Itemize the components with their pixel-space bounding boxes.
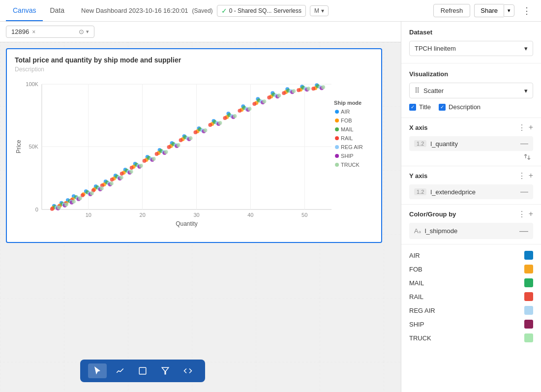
box-icon — [138, 366, 147, 375]
description-checkbox-label: Description — [449, 103, 481, 111]
svg-point-103 — [194, 130, 198, 134]
x-axis-pill[interactable]: 1.2 l_quantity — — [409, 136, 533, 151]
svg-point-110 — [297, 88, 301, 92]
title-checkbox[interactable]: ✓ Title — [409, 103, 431, 111]
svg-text:50: 50 — [301, 212, 307, 218]
color-add-icon[interactable]: + — [529, 210, 533, 219]
shipmode-swatch-truck[interactable] — [524, 333, 533, 342]
svg-text:Price: Price — [15, 140, 22, 153]
svg-point-173 — [218, 121, 222, 125]
x-axis-section: X axis ⋮ + 1.2 l_quantity — — [401, 118, 541, 166]
status-badge[interactable]: ✓ 0 - Shared SQ... Serverless — [217, 5, 306, 17]
filter-tag[interactable]: 12896 × ⊙ ▾ — [6, 26, 94, 38]
svg-point-168 — [152, 157, 156, 161]
scatter-chart: 100K 50K 0 10 20 30 40 50 — [15, 77, 373, 234]
color-group-actions: ⋮ + — [518, 210, 533, 219]
refresh-button[interactable]: Refresh — [433, 4, 471, 17]
svg-point-162 — [90, 191, 94, 195]
svg-point-158 — [57, 206, 61, 210]
shipmode-swatch-fob[interactable] — [524, 265, 533, 273]
dataset-section: Dataset TPCH lineitem ▾ — [401, 22, 541, 63]
filter-tag-right: ⊙ ▾ — [79, 28, 89, 35]
svg-point-99 — [143, 159, 147, 163]
shipmode-label-ship: SHIP — [409, 321, 424, 328]
grid-canvas: Total price and quantity by ship mode an… — [0, 42, 401, 392]
svg-point-184 — [335, 119, 339, 122]
y-axis-remove-icon[interactable]: — — [520, 187, 528, 196]
svg-text:30: 30 — [193, 212, 199, 218]
mode-label: M — [314, 7, 319, 14]
svg-point-89 — [50, 207, 54, 211]
cursor-tool-button[interactable] — [88, 363, 107, 378]
x-axis-remove-icon[interactable]: — — [520, 139, 528, 148]
shipmode-swatch-mail[interactable] — [524, 278, 533, 287]
x-axis-more-icon[interactable]: ⋮ — [518, 123, 526, 132]
x-axis-add-icon[interactable]: + — [529, 123, 533, 132]
tab-canvas[interactable]: Canvas — [6, 0, 43, 21]
filter-tool-button[interactable] — [156, 363, 175, 378]
mode-caret-icon: ▾ — [321, 7, 324, 14]
axis-swap-button[interactable] — [409, 151, 533, 161]
filter-settings-icon[interactable]: ⊙ — [79, 28, 84, 35]
color-remove-icon[interactable]: — — [519, 226, 528, 236]
shipmode-item-truck: TRUCK — [409, 331, 533, 345]
shipmode-swatch-air[interactable] — [524, 251, 533, 260]
filter-clear-icon[interactable]: × — [32, 29, 35, 35]
svg-point-192 — [335, 154, 339, 158]
line-chart-tool-button[interactable] — [111, 363, 129, 378]
y-axis-field-name: l_extendedprice — [430, 188, 516, 196]
share-main-button[interactable]: Share — [474, 4, 504, 17]
overflow-menu-button[interactable]: ⋮ — [518, 3, 535, 19]
share-caret-button[interactable]: ▾ — [504, 4, 514, 17]
shipmode-label-air: AIR — [409, 252, 420, 259]
line-chart-icon — [116, 366, 124, 375]
code-tool-button[interactable] — [179, 363, 197, 378]
svg-point-163 — [100, 186, 104, 190]
svg-point-97 — [120, 172, 124, 176]
visualization-select[interactable]: ⠿ Scatter ▾ — [409, 83, 533, 98]
visualization-section: Visualization ⠿ Scatter ▾ ✓ Title ✓ Desc… — [401, 63, 541, 118]
shipmode-label-mail: MAIL — [409, 279, 424, 287]
svg-point-170 — [177, 143, 180, 147]
color-pill[interactable]: Aₐ l_shipmode — — [409, 223, 533, 239]
svg-point-109 — [282, 91, 286, 95]
shipmode-swatch-regair[interactable] — [524, 306, 533, 315]
filter-caret-icon[interactable]: ▾ — [86, 29, 89, 35]
svg-text:FOB: FOB — [341, 118, 352, 123]
svg-text:Ship mode: Ship mode — [334, 100, 361, 106]
y-axis-pill[interactable]: 1.2 l_extendedprice — — [409, 184, 533, 199]
shipmode-swatch-rail[interactable] — [524, 292, 533, 301]
right-panel: Dataset TPCH lineitem ▾ Visualization ⠿ … — [401, 22, 541, 392]
visualization-value: Scatter — [423, 87, 444, 94]
description-checkbox-box[interactable]: ✓ — [439, 104, 446, 111]
mode-select[interactable]: M ▾ — [310, 5, 329, 16]
shipmode-item-rail: RAIL — [409, 290, 533, 303]
shipmode-swatch-ship[interactable] — [524, 320, 533, 329]
code-icon — [183, 366, 192, 375]
y-axis-more-icon[interactable]: ⋮ — [518, 171, 526, 181]
swap-icon — [523, 153, 531, 161]
svg-text:MAIL: MAIL — [341, 126, 354, 132]
shipmode-label-regair: REG AIR — [409, 307, 435, 314]
svg-point-179 — [306, 87, 310, 90]
box-tool-button[interactable] — [133, 363, 152, 378]
y-axis-add-icon[interactable]: + — [529, 171, 533, 181]
tab-data[interactable]: Data — [43, 0, 71, 21]
svg-point-174 — [233, 114, 237, 118]
shipmode-item-ship: SHIP — [409, 317, 533, 331]
svg-point-166 — [129, 170, 133, 174]
svg-text:RAIL: RAIL — [341, 135, 353, 141]
x-axis-field-name: l_quantity — [430, 140, 516, 148]
topbar: Canvas Data New Dashboard 2023-10-16 16:… — [0, 0, 541, 22]
dataset-select[interactable]: TPCH lineitem ▾ — [409, 41, 533, 56]
y-axis-section: Y axis ⋮ + 1.2 l_extendedprice — — [401, 166, 541, 205]
description-checkbox[interactable]: ✓ Description — [439, 103, 481, 111]
svg-point-107 — [252, 102, 256, 106]
svg-point-190 — [335, 145, 339, 149]
title-checkbox-box[interactable]: ✓ — [409, 104, 416, 111]
color-more-icon[interactable]: ⋮ — [518, 210, 526, 219]
color-field-name: l_shipmode — [425, 227, 458, 235]
chart-description: Description — [15, 66, 373, 73]
visualization-label: Visualization — [409, 70, 533, 78]
chart-title: Total price and quantity by ship mode an… — [15, 56, 373, 64]
